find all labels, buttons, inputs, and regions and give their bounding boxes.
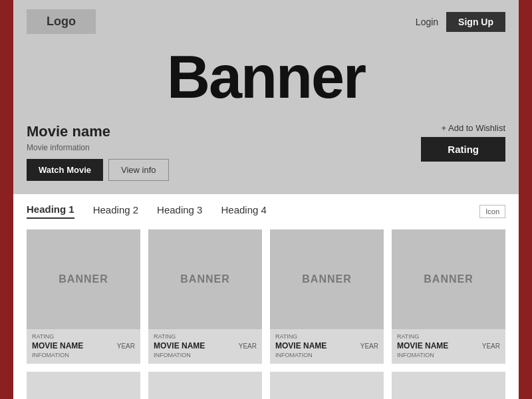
card-banner: BANNER: [270, 229, 384, 329]
card-rating-label: RATING: [32, 333, 135, 340]
movie-card[interactable]: BANNER RATING MOVIE NAME YEAR INFOMATION: [392, 229, 505, 364]
login-button[interactable]: Login: [416, 17, 438, 27]
tabs-row: Heading 1 Heading 2 Heading 3 Heading 4 …: [27, 203, 505, 219]
rating-button[interactable]: Rating: [421, 137, 505, 162]
card-year: YEAR: [239, 342, 257, 350]
card-info: RATING MOVIE NAME YEAR INFOMATION: [148, 329, 262, 364]
card-title-row: MOVIE NAME YEAR: [397, 341, 500, 350]
tab-heading-3[interactable]: Heading 3: [157, 203, 202, 219]
card-info-text: INFOMATION: [275, 352, 378, 358]
page-wrapper: Logo Login Sign Up Banner Movie name Mov…: [13, 0, 519, 399]
card-partial[interactable]: [392, 372, 505, 399]
card-info: RATING MOVIE NAME YEAR INFOMATION: [392, 329, 505, 364]
content-area: Heading 1 Heading 2 Heading 3 Heading 4 …: [13, 194, 519, 399]
movie-right: + Add to Wishlist Rating: [421, 123, 505, 162]
banner-title: Banner: [27, 47, 505, 107]
movie-info-row: Movie name Movie information Watch Movie…: [27, 123, 505, 181]
logo: Logo: [27, 9, 96, 34]
card-year: YEAR: [482, 342, 500, 350]
card-banner: BANNER: [148, 229, 262, 329]
card-info-text: INFOMATION: [397, 352, 500, 358]
movie-information: Movie information: [27, 143, 169, 152]
add-wishlist-link[interactable]: + Add to Wishlist: [421, 123, 505, 133]
cards-grid-partial: [27, 372, 505, 399]
cards-grid: BANNER RATING MOVIE NAME YEAR INFOMATION…: [27, 229, 505, 364]
card-info: RATING MOVIE NAME YEAR INFOMATION: [27, 329, 140, 364]
card-movie-name: MOVIE NAME: [154, 341, 205, 350]
tab-heading-4[interactable]: Heading 4: [221, 203, 266, 219]
movie-left: Movie name Movie information Watch Movie…: [27, 123, 169, 181]
card-rating-label: RATING: [154, 333, 257, 340]
card-info-text: INFOMATION: [32, 352, 135, 358]
card-title-row: MOVIE NAME YEAR: [32, 341, 135, 350]
movie-card[interactable]: BANNER RATING MOVIE NAME YEAR INFOMATION: [270, 229, 384, 364]
card-banner: BANNER: [27, 229, 140, 329]
card-rating-label: RATING: [275, 333, 378, 340]
card-banner: BANNER: [392, 229, 505, 329]
card-partial[interactable]: [148, 372, 262, 399]
movie-card[interactable]: BANNER RATING MOVIE NAME YEAR INFOMATION: [27, 229, 140, 364]
movie-card[interactable]: BANNER RATING MOVIE NAME YEAR INFOMATION: [148, 229, 262, 364]
card-year: YEAR: [117, 342, 135, 350]
card-partial[interactable]: [27, 372, 140, 399]
banner-section: Logo Login Sign Up Banner Movie name Mov…: [13, 0, 519, 194]
tab-heading-1[interactable]: Heading 1: [27, 203, 74, 219]
card-year: YEAR: [360, 342, 378, 350]
view-info-button[interactable]: View info: [108, 159, 169, 181]
card-title-row: MOVIE NAME YEAR: [275, 341, 378, 350]
card-movie-name: MOVIE NAME: [32, 341, 83, 350]
card-info: RATING MOVIE NAME YEAR INFOMATION: [270, 329, 384, 364]
card-partial[interactable]: [270, 372, 384, 399]
card-info-text: INFOMATION: [154, 352, 257, 358]
nav-bar: Logo Login Sign Up: [27, 9, 505, 34]
tabs-left: Heading 1 Heading 2 Heading 3 Heading 4: [27, 203, 267, 219]
tab-heading-2[interactable]: Heading 2: [93, 203, 138, 219]
nav-actions: Login Sign Up: [416, 12, 505, 32]
signup-button[interactable]: Sign Up: [446, 12, 505, 32]
card-rating-label: RATING: [397, 333, 500, 340]
card-title-row: MOVIE NAME YEAR: [154, 341, 257, 350]
movie-buttons: Watch Movie View info: [27, 159, 169, 181]
card-movie-name: MOVIE NAME: [397, 341, 448, 350]
tabs-icon[interactable]: Icon: [479, 205, 505, 218]
card-movie-name: MOVIE NAME: [275, 341, 327, 350]
movie-name: Movie name: [27, 123, 169, 140]
watch-movie-button[interactable]: Watch Movie: [27, 159, 103, 181]
